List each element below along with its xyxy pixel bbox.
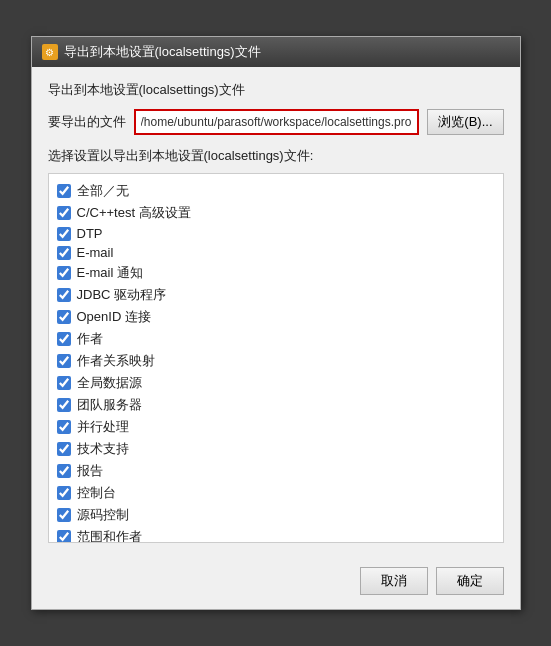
checkbox-cb8[interactable]: [57, 332, 71, 346]
checkbox-cb12[interactable]: [57, 420, 71, 434]
list-item: 全部／无: [57, 180, 495, 202]
checkbox-cb2[interactable]: [57, 206, 71, 220]
checkbox-list: 全部／无C/C++test 高级设置DTPE-mailE-mail 通知JDBC…: [48, 173, 504, 543]
checkbox-cb17[interactable]: [57, 530, 71, 543]
checkbox-cb5[interactable]: [57, 266, 71, 280]
list-item: JDBC 驱动程序: [57, 284, 495, 306]
list-item: E-mail 通知: [57, 262, 495, 284]
select-label: 选择设置以导出到本地设置(localsettings)文件:: [48, 147, 504, 165]
checkbox-label-cb3[interactable]: DTP: [77, 226, 103, 241]
checkbox-cb6[interactable]: [57, 288, 71, 302]
checkbox-cb13[interactable]: [57, 442, 71, 456]
checkbox-cb4[interactable]: [57, 246, 71, 260]
checkbox-cb1[interactable]: [57, 184, 71, 198]
checkbox-cb11[interactable]: [57, 398, 71, 412]
button-row: 取消 确定: [32, 557, 520, 609]
checkbox-cb15[interactable]: [57, 486, 71, 500]
checkbox-label-cb9[interactable]: 作者关系映射: [77, 352, 155, 370]
cancel-button[interactable]: 取消: [360, 567, 428, 595]
list-item: 范围和作者: [57, 526, 495, 543]
checkbox-cb10[interactable]: [57, 376, 71, 390]
file-input[interactable]: [134, 109, 420, 135]
list-item: C/C++test 高级设置: [57, 202, 495, 224]
checkbox-label-cb16[interactable]: 源码控制: [77, 506, 129, 524]
checkbox-label-cb2[interactable]: C/C++test 高级设置: [77, 204, 191, 222]
checkbox-label-cb15[interactable]: 控制台: [77, 484, 116, 502]
file-row: 要导出的文件 浏览(B)...: [48, 109, 504, 135]
section-title: 导出到本地设置(localsettings)文件: [48, 81, 504, 99]
checkbox-label-cb11[interactable]: 团队服务器: [77, 396, 142, 414]
browse-button[interactable]: 浏览(B)...: [427, 109, 503, 135]
dialog-title: 导出到本地设置(localsettings)文件: [64, 43, 261, 61]
title-bar: ⚙ 导出到本地设置(localsettings)文件: [32, 37, 520, 67]
checkbox-label-cb6[interactable]: JDBC 驱动程序: [77, 286, 167, 304]
file-label: 要导出的文件: [48, 113, 126, 131]
list-item: 作者关系映射: [57, 350, 495, 372]
list-item: 源码控制: [57, 504, 495, 526]
checkbox-cb14[interactable]: [57, 464, 71, 478]
checkbox-label-cb10[interactable]: 全局数据源: [77, 374, 142, 392]
dialog: ⚙ 导出到本地设置(localsettings)文件 导出到本地设置(local…: [31, 36, 521, 610]
list-item: E-mail: [57, 243, 495, 262]
checkbox-label-cb12[interactable]: 并行处理: [77, 418, 129, 436]
list-item: 并行处理: [57, 416, 495, 438]
checkbox-cb3[interactable]: [57, 227, 71, 241]
dialog-body: 导出到本地设置(localsettings)文件 要导出的文件 浏览(B)...…: [32, 67, 520, 557]
checkbox-label-cb4[interactable]: E-mail: [77, 245, 114, 260]
list-item: 技术支持: [57, 438, 495, 460]
checkbox-label-cb8[interactable]: 作者: [77, 330, 103, 348]
ok-button[interactable]: 确定: [436, 567, 504, 595]
checkbox-label-cb1[interactable]: 全部／无: [77, 182, 129, 200]
list-item: 报告: [57, 460, 495, 482]
checkbox-label-cb5[interactable]: E-mail 通知: [77, 264, 143, 282]
checkbox-label-cb17[interactable]: 范围和作者: [77, 528, 142, 543]
list-item: 全局数据源: [57, 372, 495, 394]
checkbox-label-cb7[interactable]: OpenID 连接: [77, 308, 151, 326]
checkbox-label-cb13[interactable]: 技术支持: [77, 440, 129, 458]
list-item: 作者: [57, 328, 495, 350]
list-item: OpenID 连接: [57, 306, 495, 328]
list-item: DTP: [57, 224, 495, 243]
checkbox-cb7[interactable]: [57, 310, 71, 324]
checkbox-cb16[interactable]: [57, 508, 71, 522]
list-item: 控制台: [57, 482, 495, 504]
dialog-icon: ⚙: [42, 44, 58, 60]
checkbox-cb9[interactable]: [57, 354, 71, 368]
checkbox-label-cb14[interactable]: 报告: [77, 462, 103, 480]
list-item: 团队服务器: [57, 394, 495, 416]
